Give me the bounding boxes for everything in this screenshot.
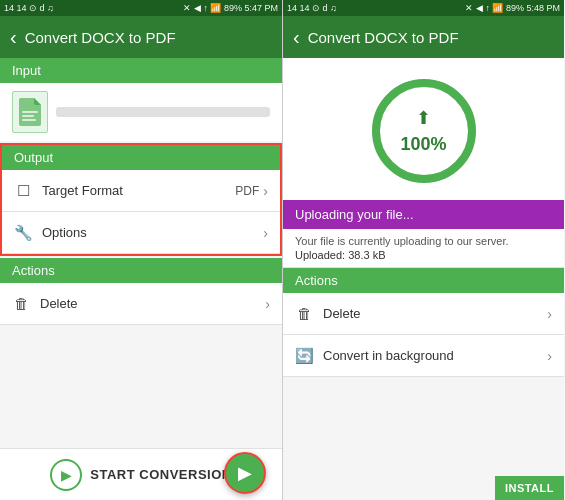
upload-banner: Uploading your file... — [283, 200, 564, 229]
back-icon-left[interactable]: ‹ — [10, 26, 17, 49]
play-outline-icon: ▶ — [50, 459, 82, 491]
panel2-content: ⬆ 100% Uploading your file... Your file … — [283, 58, 564, 500]
svg-rect-2 — [22, 119, 36, 121]
chevron-icon-delete-right: › — [547, 306, 552, 322]
output-section: Output ☐ Target Format PDF › 🔧 Options › — [0, 143, 282, 256]
progress-area: ⬆ 100% — [283, 58, 564, 200]
delete-item-left[interactable]: 🗑 Delete › — [0, 283, 282, 325]
convert-bg-label: Convert in background — [323, 348, 547, 363]
actions-section-left: Actions 🗑 Delete › — [0, 258, 282, 325]
svg-rect-1 — [22, 115, 34, 117]
delete-label-right: Delete — [323, 306, 547, 321]
options-item[interactable]: 🔧 Options › — [2, 212, 280, 254]
file-name-placeholder — [56, 107, 270, 117]
upload-banner-title: Uploading your file... — [295, 207, 552, 222]
file-preview — [0, 83, 282, 141]
bottom-bar-left: ▶ START CONVERSION ▶ — [0, 448, 282, 500]
file-icon — [12, 91, 48, 133]
upload-subtext: Your file is currently uploading to our … — [295, 235, 552, 247]
output-header: Output — [2, 145, 280, 170]
page-title-left: Convert DOCX to PDF — [25, 29, 176, 46]
actions-header-left: Actions — [0, 258, 282, 283]
input-section: Input — [0, 58, 282, 141]
upload-arrow-icon: ⬆ — [416, 107, 431, 129]
status-right-icons: ✕ ◀ ↑ 📶 89% 5:47 PM — [183, 3, 278, 13]
panel-left: 14 14 ⊙ d ♫ ✕ ◀ ↑ 📶 89% 5:47 PM ‹ Conver… — [0, 0, 282, 500]
back-icon-right[interactable]: ‹ — [293, 26, 300, 49]
status-left-icons: 14 14 ⊙ d ♫ — [4, 3, 54, 13]
wrench-icon: 🔧 — [14, 224, 32, 242]
target-format-value: PDF — [235, 184, 259, 198]
target-format-item[interactable]: ☐ Target Format PDF › — [2, 170, 280, 212]
format-icon: ☐ — [14, 182, 32, 200]
play-floating-button[interactable]: ▶ — [224, 452, 266, 494]
circular-progress: ⬆ 100% — [369, 76, 479, 186]
actions-section-right: Actions 🗑 Delete › 🔄 Convert in backgrou… — [283, 268, 564, 377]
top-bar-right: ‹ Convert DOCX to PDF — [283, 16, 564, 58]
delete-icon-left: 🗑 — [12, 295, 30, 312]
actions-header-right: Actions — [283, 268, 564, 293]
svg-rect-0 — [22, 111, 38, 113]
status-bar-right: 14 14 ⊙ d ♫ ✕ ◀ ↑ 📶 89% 5:48 PM — [283, 0, 564, 16]
chevron-icon-options: › — [263, 225, 268, 241]
delete-icon-right: 🗑 — [295, 305, 313, 322]
convert-bg-icon: 🔄 — [295, 347, 313, 365]
status-bar-left: 14 14 ⊙ d ♫ ✕ ◀ ↑ 📶 89% 5:47 PM — [0, 0, 282, 16]
input-header: Input — [0, 58, 282, 83]
status-right-icons-right: ✕ ◀ ↑ 📶 89% 5:48 PM — [465, 3, 560, 13]
delete-label-left: Delete — [40, 296, 265, 311]
panel1-content: Input Output ☐ Target Forma — [0, 58, 282, 448]
uploaded-size: Uploaded: 38.3 kB — [295, 249, 552, 261]
chevron-icon-format: › — [263, 183, 268, 199]
chevron-icon-convert-bg: › — [547, 348, 552, 364]
delete-item-right[interactable]: 🗑 Delete › — [283, 293, 564, 335]
install-button[interactable]: INSTALL — [495, 476, 564, 500]
start-label: START CONVERSION — [90, 467, 231, 482]
options-label: Options — [42, 225, 263, 240]
status-left-icons-right: 14 14 ⊙ d ♫ — [287, 3, 337, 13]
chevron-icon-delete-left: › — [265, 296, 270, 312]
svg-point-4 — [376, 83, 472, 179]
page-title-right: Convert DOCX to PDF — [308, 29, 459, 46]
target-format-label: Target Format — [42, 183, 235, 198]
panel-right: 14 14 ⊙ d ♫ ✕ ◀ ↑ 📶 89% 5:48 PM ‹ Conver… — [282, 0, 564, 500]
upload-status-sub: Your file is currently uploading to our … — [283, 229, 564, 268]
progress-percent: 100% — [400, 134, 446, 155]
top-bar-left: ‹ Convert DOCX to PDF — [0, 16, 282, 58]
convert-bg-item[interactable]: 🔄 Convert in background › — [283, 335, 564, 377]
